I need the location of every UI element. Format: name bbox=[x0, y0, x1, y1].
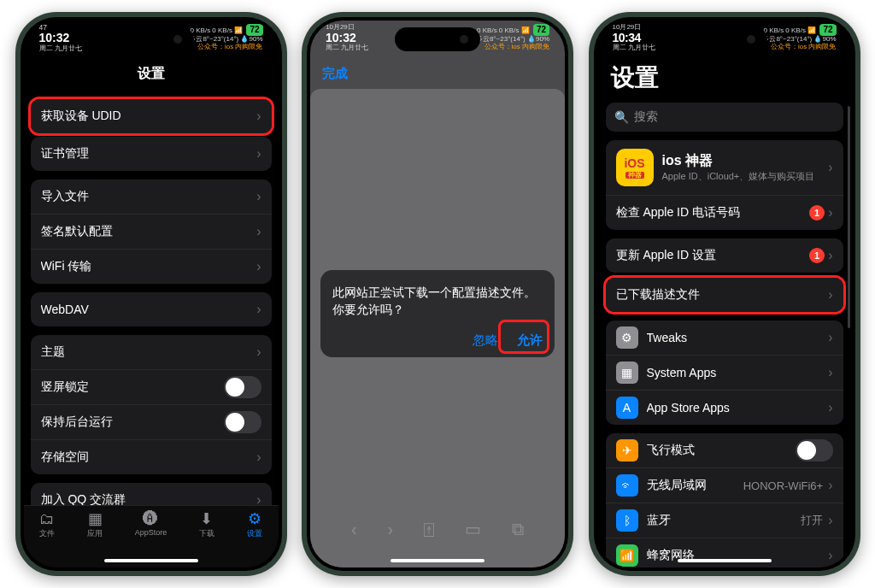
tab-downloads[interactable]: ⬇下载 bbox=[199, 511, 214, 539]
row-import-file[interactable]: 导入文件› bbox=[31, 179, 272, 214]
toggle-orientation[interactable] bbox=[224, 376, 261, 398]
apps-icon: ▦ bbox=[88, 511, 103, 526]
row-bluetooth[interactable]: ᛒ 蓝牙 打开› bbox=[606, 503, 843, 538]
settings-scroll[interactable]: 获取设备 UDID› 证书管理› 导入文件› 签名默认配置› WiFi 传输› … bbox=[24, 91, 279, 505]
alert-ignore-button[interactable]: 忽略 bbox=[473, 331, 498, 350]
chevron-right-icon: › bbox=[256, 109, 261, 123]
airplane-icon: ✈ bbox=[616, 439, 638, 462]
row-storage[interactable]: 存储空间› bbox=[31, 439, 272, 474]
back-icon[interactable]: ‹ bbox=[351, 520, 357, 539]
gear-icon: ⚙ bbox=[248, 511, 261, 526]
row-airplane[interactable]: ✈ 飞行模式 bbox=[606, 433, 843, 467]
row-wifi[interactable]: ᯤ 无线局域网 HONOR-WiFi6+› bbox=[606, 467, 843, 503]
row-check-phone[interactable]: 检查 Apple ID 电话号码 1 › bbox=[606, 195, 843, 230]
home-indicator[interactable] bbox=[391, 559, 484, 562]
phone-3: 10月29日 10:34 周二 九月廿七 0 KB/s 0 KB/s 📶 72 … bbox=[589, 12, 860, 576]
row-join-qq[interactable]: 加入 QQ 交流群› bbox=[31, 483, 272, 505]
download-icon: ⬇ bbox=[200, 511, 213, 526]
chevron-right-icon: › bbox=[256, 147, 261, 161]
phone-1: 47 10:32 周二 九月廿七 0 KB/s 0 KB/s 📶 72 ☁ 大部… bbox=[15, 12, 287, 576]
home-indicator[interactable] bbox=[104, 559, 198, 562]
tab-settings[interactable]: ⚙设置 bbox=[247, 511, 262, 539]
tab-apps[interactable]: ▦应用 bbox=[87, 511, 103, 539]
search-icon: 🔍 bbox=[614, 110, 629, 124]
bluetooth-icon: ᛒ bbox=[616, 509, 638, 532]
notch bbox=[109, 27, 194, 51]
apps-icon: ▦ bbox=[616, 362, 638, 384]
share-icon[interactable]: ⍐ bbox=[424, 520, 434, 539]
apple-id-avatar: iOS神器 bbox=[616, 149, 654, 186]
ios-settings-scroll[interactable]: 设置 🔍 搜索 iOS神器 ios 神器 Apple ID、iCloud+、媒体… bbox=[597, 56, 852, 567]
apple-id-sub: Apple ID、iCloud+、媒体与购买项目 bbox=[662, 170, 820, 183]
row-system-apps[interactable]: ▦ System Apps› bbox=[606, 355, 843, 390]
page-title: 设置 bbox=[606, 56, 843, 96]
row-wifi-transfer[interactable]: WiFi 传输› bbox=[31, 249, 272, 284]
row-appstore-apps[interactable]: A App Store Apps› bbox=[606, 390, 843, 425]
tab-appstore[interactable]: 🅐AppStore bbox=[135, 511, 167, 537]
row-downloaded-profile[interactable]: 已下载描述文件› bbox=[606, 278, 843, 312]
row-orientation-lock[interactable]: 竖屏锁定 bbox=[31, 369, 272, 404]
page-title: 设置 bbox=[24, 56, 279, 91]
badge-1: 1 bbox=[809, 205, 825, 220]
row-update-appleid[interactable]: 更新 Apple ID 设置 1 › bbox=[606, 238, 843, 273]
row-get-udid[interactable]: 获取设备 UDID› bbox=[31, 99, 272, 133]
bookmarks-icon[interactable]: ▭ bbox=[465, 519, 481, 539]
home-indicator[interactable] bbox=[678, 559, 772, 562]
row-keep-background[interactable]: 保持后台运行 bbox=[31, 404, 272, 439]
gear-icon: ⚙ bbox=[616, 326, 638, 349]
row-cellular[interactable]: 📶 蜂窝网络› bbox=[606, 538, 843, 567]
row-cert-mgmt[interactable]: 证书管理› bbox=[31, 137, 272, 171]
row-sign-default[interactable]: 签名默认配置› bbox=[31, 214, 272, 249]
group-udid: 获取设备 UDID› bbox=[31, 99, 272, 133]
notch bbox=[682, 27, 767, 51]
highlight-allow bbox=[498, 320, 549, 354]
row-webdav[interactable]: WebDAV› bbox=[31, 292, 272, 326]
modal-nav: 完成 bbox=[310, 56, 565, 91]
row-tweaks[interactable]: ⚙ Tweaks› bbox=[606, 320, 843, 355]
notch bbox=[395, 27, 480, 51]
forward-icon[interactable]: › bbox=[388, 520, 394, 539]
appstore-icon: 🅐 bbox=[143, 511, 158, 526]
row-theme[interactable]: 主题› bbox=[31, 335, 272, 369]
search-placeholder: 搜索 bbox=[634, 109, 658, 125]
apple-id-row[interactable]: iOS神器 ios 神器 Apple ID、iCloud+、媒体与购买项目 › bbox=[606, 140, 843, 195]
download-profile-alert: 此网站正尝试下载一个配置描述文件。你要允许吗？ 忽略 允许 bbox=[320, 270, 555, 357]
scrollbar[interactable] bbox=[848, 106, 850, 328]
done-button[interactable]: 完成 bbox=[322, 66, 348, 82]
tab-files[interactable]: 🗂文件 bbox=[39, 511, 55, 539]
wifi-icon: ᯤ bbox=[616, 474, 638, 497]
phone-2: 10月29日 10:32 周二 九月廿七 0 KB/s 0 KB/s 📶 72 … bbox=[302, 12, 573, 576]
antenna-icon: 📶 bbox=[616, 544, 638, 567]
tabs-icon[interactable]: ⧉ bbox=[512, 520, 524, 539]
folder-icon: 🗂 bbox=[39, 511, 55, 526]
toggle-airplane[interactable] bbox=[796, 439, 833, 462]
toggle-background[interactable] bbox=[224, 411, 261, 433]
search-input[interactable]: 🔍 搜索 bbox=[606, 103, 843, 132]
apple-id-name: ios 神器 bbox=[662, 152, 820, 170]
appstore-icon: A bbox=[616, 397, 638, 419]
alert-message: 此网站正尝试下载一个配置描述文件。你要允许吗？ bbox=[332, 284, 543, 319]
badge-1: 1 bbox=[809, 248, 825, 263]
